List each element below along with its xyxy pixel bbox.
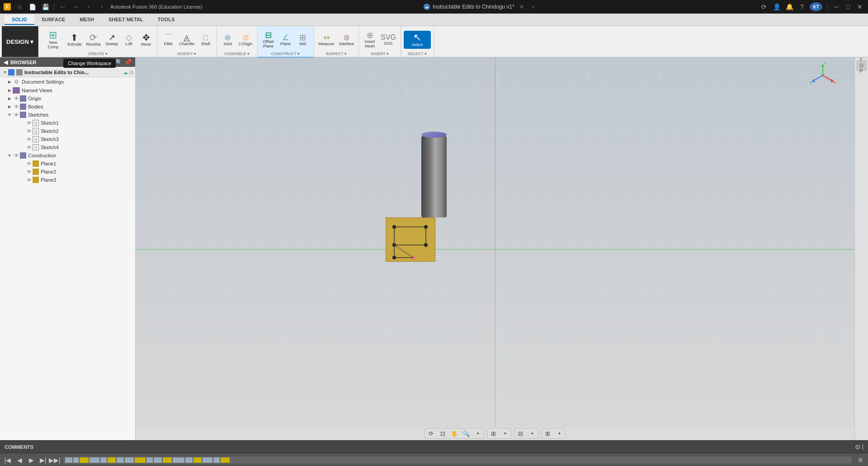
tree-named-views[interactable]: ▶ Named Views xyxy=(0,86,135,94)
tree-sketch2[interactable]: 👁 ⟨⟩ Sketch2 xyxy=(0,127,135,135)
tree-origin[interactable]: ▶ 👁 Origin xyxy=(0,94,135,103)
view-dropdown-icon[interactable]: ▾ xyxy=(553,428,565,438)
construction-expand-icon[interactable]: ▼ xyxy=(6,153,13,158)
help-icon[interactable]: ? xyxy=(797,2,807,12)
sketches-eye-icon[interactable]: 👁 xyxy=(13,112,20,118)
view-button[interactable]: ⊞ xyxy=(542,428,553,438)
prev-button[interactable]: ◀ xyxy=(14,455,24,465)
next-button[interactable]: ▶| xyxy=(38,455,48,465)
pan-button[interactable]: ✋ xyxy=(448,428,460,438)
origin-expand-icon[interactable]: ▶ xyxy=(6,96,13,101)
tree-plane2[interactable]: 👁 Plane2 xyxy=(0,168,135,176)
tree-document-settings[interactable]: ▶ ⚙ Document Settings xyxy=(0,77,135,86)
zoom-button[interactable]: 🔍 xyxy=(460,428,472,438)
joint-origin-button[interactable]: ⊚ J.Origin xyxy=(237,32,255,47)
grid-button[interactable]: ⊟ xyxy=(514,428,526,438)
grid-dropdown-icon[interactable]: ▾ xyxy=(526,428,538,438)
close-button[interactable]: ✕ xyxy=(855,2,864,11)
design-button[interactable]: DESIGN ▾ xyxy=(2,26,38,57)
tab-sheet-metal[interactable]: SHEET METAL xyxy=(101,15,151,25)
sketch4-eye-icon[interactable]: 👁 xyxy=(25,145,33,150)
insert-mesh-button[interactable]: ⊕ InsertMesh xyxy=(362,30,378,50)
root-options-icon[interactable]: ⊙ xyxy=(129,70,133,75)
plane2-eye-icon[interactable]: 👁 xyxy=(25,169,33,174)
plane-angle-button[interactable]: ∠ Plane xyxy=(278,32,294,47)
notification-icon[interactable]: 🔔 xyxy=(784,2,794,12)
undo-icon[interactable]: ↩ xyxy=(57,1,68,13)
plane1-eye-icon[interactable]: 👁 xyxy=(25,161,33,166)
display-dropdown-icon[interactable]: ▾ xyxy=(499,428,511,438)
tree-construction[interactable]: ▼ 👁 Construction xyxy=(0,151,135,160)
interference-button[interactable]: ⊗ Interfere xyxy=(337,32,356,47)
redo-dropdown-icon[interactable]: ▾ xyxy=(96,1,108,13)
browser-search-icon[interactable]: 🔍 xyxy=(115,59,123,66)
tab-tools[interactable]: TOOLS xyxy=(151,15,182,25)
tab-mesh[interactable]: MESH xyxy=(72,15,101,25)
comments-bar[interactable]: COMMENTS ⊙ | xyxy=(0,440,868,453)
origin-eye-icon[interactable]: 👁 xyxy=(13,96,20,101)
maximize-button[interactable]: □ xyxy=(844,2,853,11)
tab-close-icon[interactable]: ✕ xyxy=(517,2,526,11)
tree-bodies[interactable]: ▶ 👁 Bodies xyxy=(0,103,135,111)
minimize-button[interactable]: ─ xyxy=(832,2,841,11)
sketch2-eye-icon[interactable]: 👁 xyxy=(25,128,33,134)
refresh-icon[interactable]: ⟳ xyxy=(759,2,769,12)
tree-root[interactable]: ▼ Instructable Edits to Chin... ☁ ⊙ xyxy=(0,68,135,77)
look-at-button[interactable]: ⊡ xyxy=(437,428,448,438)
tree-plane1[interactable]: 👁 Plane1 xyxy=(0,160,135,168)
named-views-expand-icon[interactable]: ▶ xyxy=(6,88,13,93)
fillet-button[interactable]: ⌒ Fillet xyxy=(160,32,176,47)
offset-plane-button[interactable]: ⊟ OffsetPlane xyxy=(260,30,277,50)
undo-dropdown-icon[interactable]: ▾ xyxy=(83,1,94,13)
insert-svg-button[interactable]: SVG SVG xyxy=(379,33,398,47)
revolve-button[interactable]: ⟳ Revolve xyxy=(85,32,103,48)
sketch1-eye-icon[interactable]: 👁 xyxy=(25,120,33,126)
tab-surface[interactable]: SURFACE xyxy=(34,15,73,25)
tree-sketches[interactable]: ▼ 👁 Sketches xyxy=(0,111,135,119)
tab-solid[interactable]: SOLID xyxy=(5,15,34,25)
bodies-eye-icon[interactable]: 👁 xyxy=(13,104,20,109)
joint-button[interactable]: ⊕ Joint xyxy=(220,32,236,47)
timeline-settings-icon[interactable]: ⚙ xyxy=(855,455,865,465)
sketches-expand-icon[interactable]: ▼ xyxy=(6,113,13,117)
skip-start-button[interactable]: |◀ xyxy=(3,455,13,465)
measure-button[interactable]: ⇔ Measure xyxy=(317,32,336,47)
skip-end-button[interactable]: ▶▶| xyxy=(50,455,60,465)
select-button[interactable]: ↖ Select xyxy=(404,31,431,49)
save-icon[interactable]: 💾 xyxy=(40,1,52,13)
viewport[interactable]: Y X Z ⟳ ⊡ ✋ xyxy=(136,57,854,440)
display-mode-button[interactable]: ⊞ xyxy=(487,428,499,438)
midplane-button[interactable]: ⊞ Mid xyxy=(295,32,311,47)
plane3-eye-icon[interactable]: 👁 xyxy=(25,177,33,183)
play-button[interactable]: ▶ xyxy=(26,455,36,465)
account-icon[interactable]: 👤 xyxy=(772,2,782,12)
tree-sketch1[interactable]: 👁 ⟨⟩ Sketch1 xyxy=(0,119,135,127)
move-button[interactable]: ✥ Move xyxy=(138,32,154,48)
new-tab-icon[interactable]: + xyxy=(529,2,538,11)
grid-menu-icon[interactable]: ⊞ xyxy=(14,1,25,13)
view-gizmo[interactable]: Y X Z xyxy=(809,62,836,89)
sketch3-eye-icon[interactable]: 👁 xyxy=(25,137,33,142)
right-panel-btn-1[interactable]: TOP xyxy=(856,60,867,71)
shell-button[interactable]: □ Shell xyxy=(198,32,214,47)
sweep-button[interactable]: ↗ Sweep xyxy=(104,32,120,47)
comments-expand-icon[interactable]: ⊙ xyxy=(855,443,860,451)
tree-sketch4[interactable]: 👁 ⟨⟩ Sketch4 xyxy=(0,143,135,151)
bodies-expand-icon[interactable]: ▶ xyxy=(6,104,13,109)
tree-plane3[interactable]: 👁 Plane3 xyxy=(0,176,135,184)
timeline-track[interactable] xyxy=(63,457,852,464)
user-avatar[interactable]: KT xyxy=(810,2,822,11)
orbit-button[interactable]: ⟳ xyxy=(425,428,437,438)
new-component-button[interactable]: ⊞ NewComp xyxy=(41,28,65,51)
construction-eye-icon[interactable]: 👁 xyxy=(13,153,20,158)
zoom-dropdown-icon[interactable]: ▾ xyxy=(472,428,484,438)
browser-pin-icon[interactable]: 📌 xyxy=(124,59,132,66)
browser-header[interactable]: ◀ BROWSER 🔍 📌 xyxy=(0,57,135,67)
loft-button[interactable]: ◇ Loft xyxy=(121,32,137,47)
tree-sketch3[interactable]: 👁 ⟨⟩ Sketch3 xyxy=(0,135,135,143)
root-expand-icon[interactable]: ▼ xyxy=(2,70,8,75)
comments-pin-icon[interactable]: | xyxy=(862,443,863,451)
redo-icon[interactable]: ↪ xyxy=(70,1,81,13)
extrude-button[interactable]: ⬆ Extrude xyxy=(66,32,83,48)
chamfer-button[interactable]: ◬ Chamfer xyxy=(177,32,197,47)
